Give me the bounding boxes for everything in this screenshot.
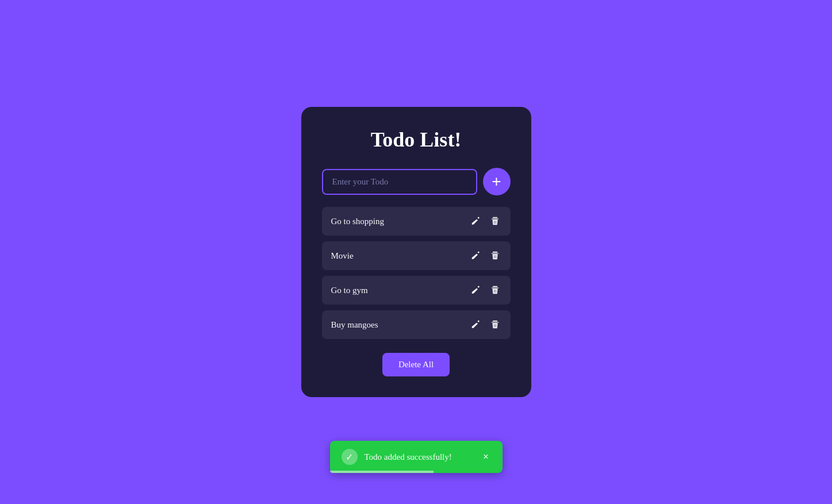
delete-button[interactable] — [489, 249, 501, 262]
add-todo-button[interactable]: + — [483, 168, 511, 195]
todo-list: Go to shopping Movie — [322, 207, 511, 339]
delete-button[interactable] — [489, 318, 501, 331]
edit-icon — [470, 251, 481, 261]
todo-item: Go to shopping — [322, 207, 511, 236]
todo-item-text: Movie — [331, 251, 469, 261]
trash-icon — [490, 285, 500, 295]
todo-item-actions — [469, 318, 501, 331]
trash-icon — [490, 320, 500, 330]
edit-button[interactable] — [469, 318, 482, 331]
edit-icon — [470, 285, 481, 295]
todo-item: Movie — [322, 241, 511, 270]
edit-button[interactable] — [469, 284, 482, 297]
input-row: + — [322, 168, 511, 195]
delete-all-button[interactable]: Delete All — [382, 353, 450, 376]
toast-progress-bar — [330, 471, 434, 473]
todo-item-actions — [469, 249, 501, 262]
todo-item-actions — [469, 215, 501, 228]
toast-close-button[interactable]: × — [481, 452, 490, 462]
delete-button[interactable] — [489, 215, 501, 228]
trash-icon — [490, 216, 500, 226]
todo-item: Go to gym — [322, 276, 511, 305]
todo-item-actions — [469, 284, 501, 297]
edit-button[interactable] — [469, 215, 482, 228]
todo-item-text: Go to shopping — [331, 217, 469, 226]
trash-icon — [490, 251, 500, 261]
app-title: Todo List! — [322, 128, 511, 152]
todo-card: Todo List! + Go to shopping Mov — [301, 107, 531, 397]
toast-message: Todo added successfully! — [365, 452, 474, 462]
todo-item-text: Go to gym — [331, 286, 469, 295]
edit-button[interactable] — [469, 249, 482, 262]
edit-icon — [470, 216, 481, 226]
toast-notification: ✓ Todo added successfully! × — [330, 441, 503, 473]
toast-check-icon: ✓ — [342, 449, 358, 465]
todo-item: Buy mangoes — [322, 310, 511, 339]
delete-button[interactable] — [489, 284, 501, 297]
todo-input[interactable] — [322, 169, 477, 195]
todo-item-text: Buy mangoes — [331, 320, 469, 330]
edit-icon — [470, 320, 481, 330]
